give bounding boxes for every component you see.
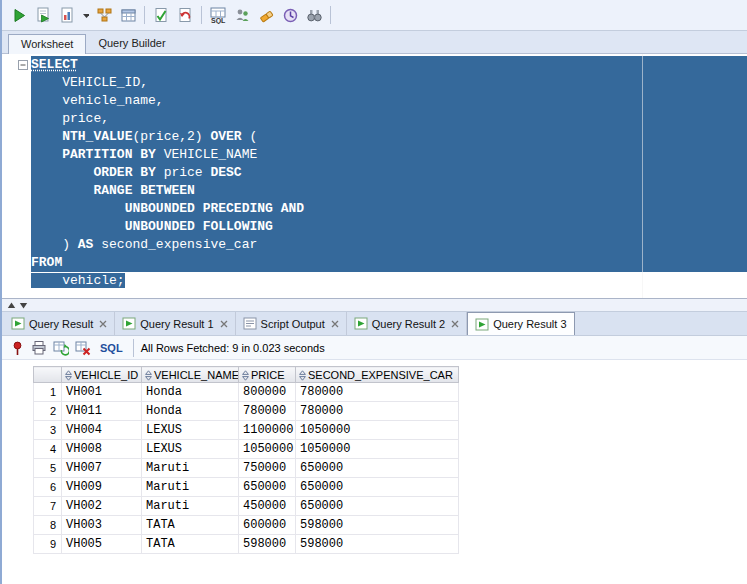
table-row[interactable]: 8VH003TATA600000598000 — [34, 516, 459, 535]
data-cell[interactable]: 800000 — [239, 383, 296, 402]
data-cell[interactable]: 1100000 — [239, 421, 296, 440]
code-area[interactable]: SELECT VEHICLE_ID, vehicle_name, price, … — [31, 56, 747, 290]
data-cell[interactable]: 780000 — [239, 402, 296, 421]
data-cell[interactable]: VH001 — [62, 383, 142, 402]
table-row[interactable]: 7VH002Maruti450000650000 — [34, 497, 459, 516]
data-cell[interactable]: Maruti — [142, 497, 239, 516]
column-header-rownum[interactable] — [34, 367, 62, 383]
editor-results-splitter[interactable] — [2, 299, 747, 312]
data-cell[interactable]: VH008 — [62, 440, 142, 459]
close-icon[interactable] — [331, 320, 339, 328]
column-header-price[interactable]: PRICE — [239, 367, 296, 383]
collapse-up-icon[interactable] — [7, 302, 16, 309]
rollback-icon[interactable] — [174, 4, 196, 26]
column-header-second_expensive_car[interactable]: SECOND_EXPENSIVE_CAR — [296, 367, 459, 383]
column-header-vehicle_id[interactable]: VEHICLE_ID — [62, 367, 142, 383]
data-cell[interactable]: Maruti — [142, 478, 239, 497]
data-cell[interactable]: 598000 — [296, 535, 459, 554]
binoculars-icon[interactable] — [303, 4, 325, 26]
table-row[interactable]: 5VH007Maruti750000650000 — [34, 459, 459, 478]
table-row[interactable]: 2VH011Honda780000780000 — [34, 402, 459, 421]
data-cell[interactable]: 598000 — [296, 516, 459, 535]
code-line[interactable]: vehicle; — [31, 272, 747, 290]
commit-icon[interactable] — [150, 4, 172, 26]
data-cell[interactable]: VH009 — [62, 478, 142, 497]
row-number-cell[interactable]: 6 — [34, 478, 62, 497]
fetch-all-icon[interactable] — [51, 338, 71, 358]
table-row[interactable]: 3VH004LEXUS11000001050000 — [34, 421, 459, 440]
data-cell[interactable]: 1050000 — [239, 440, 296, 459]
code-line[interactable]: price, — [31, 110, 747, 128]
collapse-down-icon[interactable] — [19, 302, 28, 309]
tab-script-output[interactable]: Script Output — [236, 312, 347, 335]
code-line[interactable]: FROM — [31, 254, 747, 272]
eraser-icon[interactable] — [255, 4, 277, 26]
data-cell[interactable]: VH003 — [62, 516, 142, 535]
data-cell[interactable]: VH011 — [62, 402, 142, 421]
code-line[interactable]: UNBOUNDED FOLLOWING — [31, 218, 747, 236]
tab-query-result[interactable]: Query Result — [4, 312, 115, 335]
column-header-vehicle_name[interactable]: VEHICLE_NAME — [142, 367, 239, 383]
code-line[interactable]: ORDER BY price DESC — [31, 164, 747, 182]
row-number-cell[interactable]: 7 — [34, 497, 62, 516]
query-builder-icon[interactable] — [117, 4, 139, 26]
history-icon[interactable] — [279, 4, 301, 26]
data-cell[interactable]: LEXUS — [142, 421, 239, 440]
data-cell[interactable]: TATA — [142, 516, 239, 535]
run-script-icon[interactable] — [32, 4, 54, 26]
sql-label[interactable]: SQL — [100, 342, 123, 354]
row-number-cell[interactable]: 1 — [34, 383, 62, 402]
data-cell[interactable]: VH005 — [62, 535, 142, 554]
code-line[interactable]: NTH_VALUE(price,2) OVER ( — [31, 128, 747, 146]
tab-query-result-3[interactable]: Query Result 3 — [467, 312, 574, 335]
printer-icon[interactable] — [29, 338, 49, 358]
data-cell[interactable]: TATA — [142, 535, 239, 554]
code-fold-icon[interactable] — [18, 60, 28, 70]
run-statement-icon[interactable] — [8, 4, 30, 26]
sql-worksheet-icon[interactable]: SQL — [207, 4, 229, 26]
tab-query-result-2[interactable]: Query Result 2 — [347, 312, 467, 335]
data-cell[interactable]: VH002 — [62, 497, 142, 516]
data-cell[interactable]: 650000 — [296, 459, 459, 478]
data-cell[interactable]: 650000 — [296, 497, 459, 516]
table-row[interactable]: 1VH001Honda800000780000 — [34, 383, 459, 402]
autotrace-icon[interactable] — [56, 4, 78, 26]
tab-worksheet[interactable]: Worksheet — [8, 34, 86, 54]
tab-query-result-1[interactable]: Query Result 1 — [115, 312, 235, 335]
code-line[interactable]: RANGE BETWEEN — [31, 182, 747, 200]
close-icon[interactable] — [220, 320, 228, 328]
data-cell[interactable]: VH007 — [62, 459, 142, 478]
people-icon[interactable] — [231, 4, 253, 26]
code-line[interactable]: UNBOUNDED PRECEDING AND — [31, 200, 747, 218]
code-line[interactable]: VEHICLE_ID, — [31, 74, 747, 92]
tab-query-builder[interactable]: Query Builder — [86, 34, 177, 53]
data-cell[interactable]: 750000 — [239, 459, 296, 478]
data-cell[interactable]: 780000 — [296, 402, 459, 421]
dropdown-caret-icon[interactable] — [80, 4, 91, 26]
sql-editor[interactable]: SELECT VEHICLE_ID, vehicle_name, price, … — [2, 54, 747, 299]
data-cell[interactable]: Maruti — [142, 459, 239, 478]
data-cell[interactable]: LEXUS — [142, 440, 239, 459]
data-cell[interactable]: Honda — [142, 383, 239, 402]
code-line[interactable]: PARTITION BY VEHICLE_NAME — [31, 146, 747, 164]
data-cell[interactable]: 600000 — [239, 516, 296, 535]
code-line[interactable]: SELECT — [31, 56, 747, 74]
data-cell[interactable]: 1050000 — [296, 421, 459, 440]
data-cell[interactable]: 1050000 — [296, 440, 459, 459]
row-number-cell[interactable]: 5 — [34, 459, 62, 478]
code-line[interactable]: ) AS second_expensive_car — [31, 236, 747, 254]
close-icon[interactable] — [451, 320, 459, 328]
data-cell[interactable]: 650000 — [296, 478, 459, 497]
row-number-cell[interactable]: 2 — [34, 402, 62, 421]
data-cell[interactable]: 650000 — [239, 478, 296, 497]
delete-icon[interactable] — [73, 338, 93, 358]
table-row[interactable]: 4VH008LEXUS10500001050000 — [34, 440, 459, 459]
code-line[interactable]: vehicle_name, — [31, 92, 747, 110]
row-number-cell[interactable]: 8 — [34, 516, 62, 535]
table-row[interactable]: 6VH009Maruti650000650000 — [34, 478, 459, 497]
pin-icon[interactable] — [7, 338, 27, 358]
row-number-cell[interactable]: 3 — [34, 421, 62, 440]
data-cell[interactable]: Honda — [142, 402, 239, 421]
explain-plan-icon[interactable] — [93, 4, 115, 26]
data-cell[interactable]: 780000 — [296, 383, 459, 402]
